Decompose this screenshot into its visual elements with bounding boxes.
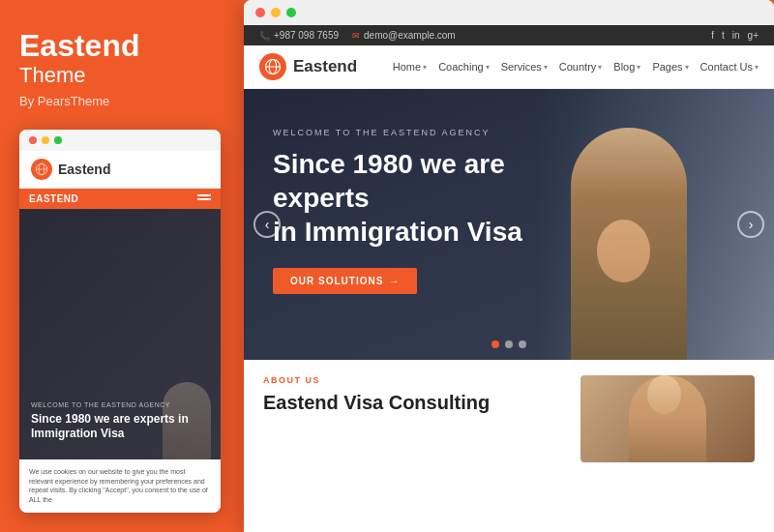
phone-icon: 📞 (259, 31, 270, 41)
mini-logo-icon (31, 159, 52, 180)
about-tag: ABOUT US (263, 375, 565, 385)
hamburger-line-1 (197, 194, 211, 196)
main-browser: 📞 +987 098 7659 ✉ demo@example.com f t i… (244, 0, 774, 532)
mini-hamburger-icon (197, 194, 211, 204)
hero-content: WELCOME TO THE EASTEND AGENCY Since 1980… (244, 89, 774, 333)
nav-coaching-chevron: ▾ (486, 63, 490, 72)
email-icon: ✉ (352, 31, 360, 41)
browser-chrome (244, 0, 774, 25)
nav-services-label: Services (501, 61, 542, 73)
hero-dot-2[interactable] (505, 340, 513, 348)
nav-country-label: Country (559, 61, 597, 73)
about-image (580, 375, 755, 462)
mini-cookie-text: We use cookies on our website to give yo… (29, 468, 208, 503)
mini-browser: Eastend EASTEND WELCOME TO THE EASTEND A… (19, 130, 221, 513)
left-panel: Eastend Theme By PearsTheme Eastend EAST… (0, 0, 240, 532)
nav-blog-label: Blog (613, 61, 635, 73)
top-info-left: 📞 +987 098 7659 ✉ demo@example.com (259, 30, 456, 41)
hero-welcome-text: WELCOME TO THE EASTEND AGENCY (273, 128, 745, 137)
hero-section: WELCOME TO THE EASTEND AGENCY Since 1980… (244, 89, 774, 360)
hero-next-icon: › (749, 217, 754, 232)
twitter-icon[interactable]: t (722, 30, 725, 41)
hero-dots (491, 340, 526, 348)
email-info: ✉ demo@example.com (352, 30, 456, 41)
mini-logo-text: Eastend (58, 162, 110, 177)
hero-headline-line2: in Immigration Visa (273, 217, 522, 247)
nav-pages-label: Pages (652, 61, 682, 73)
nav-item-country[interactable]: Country ▾ (559, 61, 603, 73)
hero-cta-arrow-icon: → (389, 276, 400, 286)
nav-item-coaching[interactable]: Coaching ▾ (438, 61, 489, 73)
hero-cta-button[interactable]: OUR SOLUTIONS → (273, 268, 417, 294)
browser-dot-green[interactable] (286, 8, 296, 17)
brand-subtitle: Theme (19, 63, 221, 88)
nav-home-chevron: ▾ (423, 63, 427, 72)
nav-item-pages[interactable]: Pages ▾ (652, 61, 688, 73)
mini-welcome-text: WELCOME TO THE EASTEND AGENCY (31, 401, 209, 408)
hero-dot-1[interactable] (491, 340, 499, 348)
hero-headline: Since 1980 we are experts in Immigration… (273, 147, 582, 249)
nav-pages-chevron: ▾ (685, 63, 689, 72)
nav-contact-chevron: ▾ (755, 63, 759, 72)
nav-blog-chevron: ▾ (637, 63, 640, 72)
hamburger-line-2 (197, 198, 211, 200)
googleplus-icon[interactable]: g+ (748, 30, 759, 41)
hero-next-button[interactable]: › (737, 211, 764, 238)
mini-nav-bar: EASTEND (19, 189, 221, 209)
phone-info: 📞 +987 098 7659 (259, 30, 339, 41)
phone-number: +987 098 7659 (274, 30, 339, 41)
hero-cta-label: OUR SOLUTIONS (290, 276, 383, 286)
hamburger-line-3 (197, 202, 205, 204)
mini-dot-yellow (42, 136, 49, 144)
brand-name: Eastend (19, 29, 221, 63)
main-nav: Eastend Home ▾ Coaching ▾ Services ▾ Cou… (244, 45, 774, 89)
nav-services-chevron: ▾ (544, 63, 548, 72)
browser-dot-red[interactable] (255, 8, 265, 17)
mini-hero: WELCOME TO THE EASTEND AGENCY Since 1980… (19, 209, 221, 459)
mini-cookie-notice: We use cookies on our website to give yo… (19, 459, 221, 513)
nav-contact-label: Contact Us (700, 61, 753, 73)
mini-browser-bar (19, 130, 221, 151)
email-address: demo@example.com (364, 30, 456, 41)
nav-logo-text: Eastend (293, 57, 357, 76)
nav-item-services[interactable]: Services ▾ (501, 61, 548, 73)
social-links: f t in g+ (711, 30, 759, 41)
mini-nav-brand: EASTEND (29, 193, 78, 204)
top-info-bar: 📞 +987 098 7659 ✉ demo@example.com f t i… (244, 25, 774, 45)
nav-item-contact[interactable]: Contact Us ▾ (700, 61, 759, 73)
nav-logo-globe-icon (259, 53, 286, 80)
hero-headline-line1: Since 1980 we are experts (273, 149, 505, 213)
hero-prev-button[interactable]: ‹ (253, 211, 281, 238)
mini-header: Eastend (19, 151, 221, 189)
about-title: Eastend Visa Consulting (263, 391, 565, 414)
nav-menu: Home ▾ Coaching ▾ Services ▾ Country ▾ B… (393, 61, 759, 73)
nav-item-blog[interactable]: Blog ▾ (613, 61, 640, 73)
mini-dot-red (29, 136, 37, 144)
mini-dot-green (54, 136, 62, 144)
browser-dot-yellow[interactable] (271, 8, 281, 17)
nav-logo[interactable]: Eastend (259, 53, 357, 80)
brand-by: By PearsTheme (19, 94, 221, 108)
facebook-icon[interactable]: f (711, 30, 714, 41)
content-area: ABOUT US Eastend Visa Consulting (244, 360, 774, 478)
nav-item-home[interactable]: Home ▾ (393, 61, 427, 73)
mini-headline-text: Since 1980 we are experts in Immigration… (31, 412, 209, 442)
about-section: ABOUT US Eastend Visa Consulting (263, 375, 565, 462)
nav-home-label: Home (393, 61, 421, 73)
hero-prev-icon: ‹ (265, 217, 270, 232)
linkedin-icon[interactable]: in (732, 30, 740, 41)
nav-coaching-label: Coaching (438, 61, 483, 73)
nav-country-chevron: ▾ (598, 63, 602, 72)
hero-dot-3[interactable] (519, 340, 526, 348)
